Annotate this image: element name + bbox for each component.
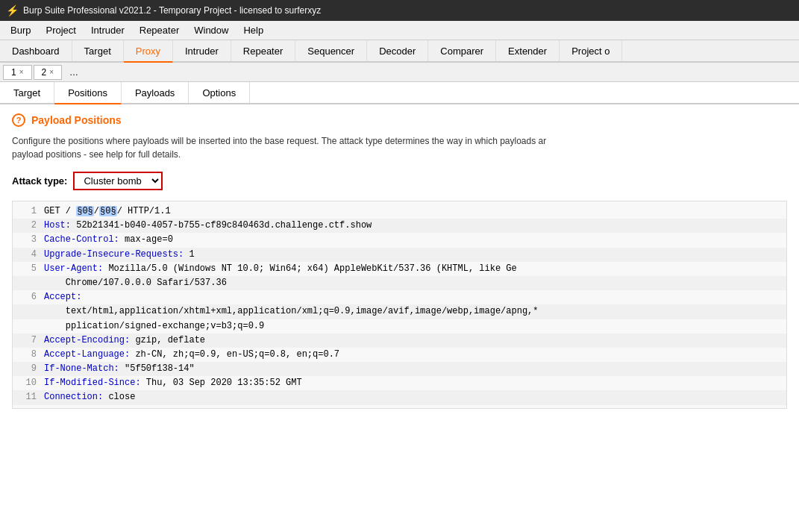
nav-tabs: Dashboard Target Proxy Intruder Repeater… (0, 40, 799, 63)
http-line-5: 5 User-Agent: Mozilla/5.0 (Windows NT 10… (13, 262, 786, 276)
intruder-tab-1[interactable]: 1 × (3, 65, 32, 80)
menu-help[interactable]: Help (236, 22, 271, 39)
http-line-7: 7 Accept-Encoding: gzip, deflate (13, 334, 786, 348)
menu-project[interactable]: Project (38, 22, 83, 39)
menu-intruder[interactable]: Intruder (84, 22, 132, 39)
tab-1-label: 1 (11, 67, 16, 78)
payload-mark-2: §0§ (99, 206, 117, 216)
intruder-tab-2[interactable]: 2 × (34, 65, 63, 80)
tab-2-label: 2 (42, 67, 47, 78)
nav-tab-target[interactable]: Target (72, 40, 124, 61)
intruder-tab-payloads[interactable]: Payloads (122, 82, 189, 103)
intruder-tab-options[interactable]: Options (189, 82, 250, 103)
menu-repeater[interactable]: Repeater (132, 22, 187, 39)
nav-tab-decoder[interactable]: Decoder (367, 40, 428, 61)
more-tabs[interactable]: … (63, 66, 84, 79)
http-line-10: 10 If-Modified-Since: Thu, 03 Sep 2020 1… (13, 376, 786, 390)
nav-tab-sequencer[interactable]: Sequencer (295, 40, 367, 61)
http-line-6b: text/html,application/xhtml+xml,applicat… (13, 304, 786, 319)
menu-burp[interactable]: Burp (3, 22, 38, 39)
http-line-9: 9 If-None-Match: "5f50f138-14" (13, 362, 786, 376)
http-line-5b: Chrome/107.0.0.0 Safari/537.36 (13, 276, 786, 290)
http-request-display: 1 GET / §0§/§0§/ HTTP/1.1 2 Host: 52b213… (12, 201, 787, 409)
http-line-3: 3 Cache-Control: max-age=0 (13, 233, 786, 247)
burp-icon: ⚡ (6, 4, 19, 16)
title-bar: ⚡ Burp Suite Professional v2021.2 - Temp… (0, 0, 799, 21)
http-line-2: 2 Host: 52b21341-b040-4057-b755-cf89c840… (13, 219, 786, 233)
menu-bar: Burp Project Intruder Repeater Window He… (0, 21, 799, 40)
nav-tab-intruder[interactable]: Intruder (173, 40, 231, 61)
attack-type-row: Attack type: Cluster bomb Sniper Batteri… (12, 172, 787, 190)
nav-tab-dashboard[interactable]: Dashboard (0, 40, 72, 61)
http-line-1: 1 GET / §0§/§0§/ HTTP/1.1 (13, 204, 786, 219)
nav-tab-project[interactable]: Project o (560, 40, 622, 61)
payload-mark-1: §0§ (76, 206, 94, 216)
nav-tab-repeater[interactable]: Repeater (231, 40, 295, 61)
sub-tabs-row: 1 × 2 × … (0, 63, 799, 82)
nav-tab-comparer[interactable]: Comparer (428, 40, 496, 61)
tab-1-close[interactable]: × (19, 68, 24, 76)
menu-window[interactable]: Window (187, 22, 236, 39)
http-line-6c: pplication/signed-exchange;v=b3;q=0.9 (13, 319, 786, 334)
nav-tab-extender[interactable]: Extender (496, 40, 560, 61)
http-line-6: 6 Accept: (13, 290, 786, 304)
attack-type-label: Attack type: (12, 175, 67, 187)
attack-type-dropdown[interactable]: Cluster bomb Sniper Battering ram Pitchf… (73, 172, 163, 190)
app-title: Burp Suite Professional v2021.2 - Tempor… (23, 5, 321, 16)
intruder-tabs: Target Positions Payloads Options (0, 82, 799, 104)
help-icon[interactable]: ? (12, 113, 25, 127)
http-line-8: 8 Accept-Language: zh-CN, zh;q=0.9, en-U… (13, 348, 786, 362)
tab-2-close[interactable]: × (49, 68, 54, 76)
intruder-tab-positions[interactable]: Positions (54, 82, 122, 104)
http-line-4: 4 Upgrade-Insecure-Requests: 1 (13, 248, 786, 262)
main-content: ? Payload Positions Configure the positi… (0, 104, 799, 532)
intruder-tab-target[interactable]: Target (0, 82, 54, 103)
payload-positions-title: Payload Positions (31, 114, 122, 126)
section-description: Configure the positions where payloads w… (12, 134, 787, 161)
section-title-row: ? Payload Positions (12, 113, 787, 127)
nav-tab-proxy[interactable]: Proxy (124, 40, 173, 63)
http-line-11: 11 Connection: close (13, 390, 786, 404)
